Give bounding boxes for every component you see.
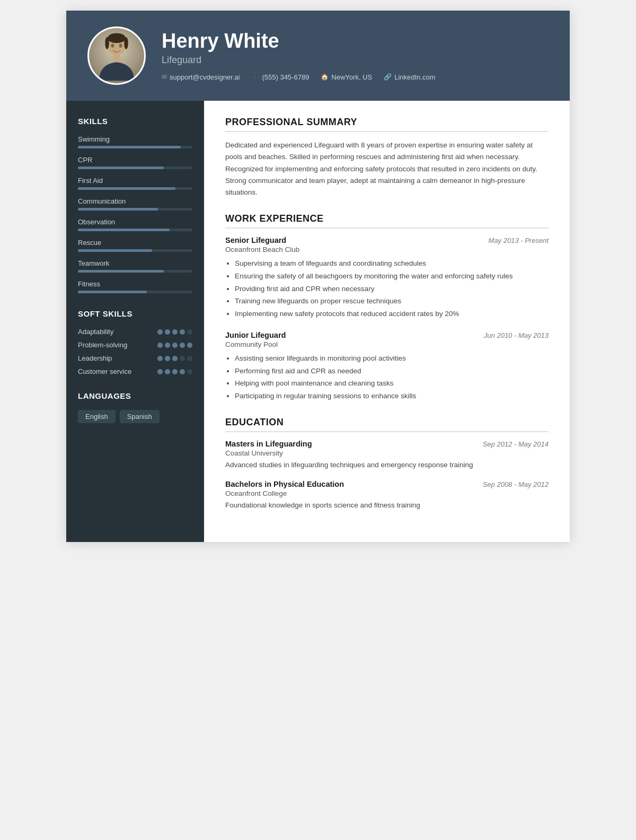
header-contacts: ✉support@cvdesigner.ai📞(555) 345-6789🏠Ne… [162, 73, 549, 81]
skill-name: CPR [78, 156, 192, 164]
contact-label: support@cvdesigner.ai [170, 73, 240, 81]
job-bullet: Implementing new safety protocols that r… [235, 308, 549, 320]
dot [157, 356, 163, 361]
skill-name: Rescue [78, 239, 192, 247]
job-bullet: Supervising a team of lifeguards and coo… [235, 258, 549, 269]
svg-rect-3 [113, 53, 120, 62]
education-section: EDUCATION Masters in Lifeguarding Sep 20… [225, 417, 549, 511]
job-bullet: Assisting senior lifeguards in monitorin… [235, 353, 549, 364]
skill-bar-fill [78, 187, 175, 190]
skill-item: Communication [78, 197, 192, 211]
skill-bar-bg [78, 167, 192, 169]
edu-desc: Foundational knowledge in sports science… [225, 500, 549, 511]
dot [187, 329, 192, 335]
svg-point-5 [119, 43, 122, 48]
soft-skill-item: Problem-solving [78, 341, 192, 349]
skill-name: First Aid [78, 177, 192, 185]
dot [165, 356, 170, 361]
dot [180, 329, 185, 335]
edu-header: Bachelors in Physical Education Sep 2008… [225, 480, 549, 488]
edu-date: Sep 2012 - May 2014 [483, 440, 549, 448]
contact-icon: 🔗 [384, 73, 392, 81]
svg-point-6 [108, 33, 126, 43]
job-company: Oceanfront Beach Club [225, 246, 549, 253]
job-title: Senior Lifeguard [225, 236, 286, 244]
job-bullet: Performing first aid and CPR as needed [235, 365, 549, 377]
dot [165, 343, 170, 348]
header-title: Lifeguard [162, 55, 549, 66]
skill-bar-bg [78, 270, 192, 273]
contact-label: (555) 345-6789 [262, 73, 309, 81]
dot [157, 369, 163, 374]
dots [157, 329, 192, 335]
soft-skill-name: Adaptability [78, 328, 113, 336]
dots [157, 343, 192, 348]
language-tag: Spanish [120, 410, 160, 423]
contact-item: 🏠NewYork, US [321, 73, 372, 81]
soft-skill-name: Leadership [78, 354, 112, 362]
skill-item: Swimming [78, 135, 192, 148]
soft-skills-list: AdaptabilityProblem-solvingLeadershipCus… [78, 328, 192, 375]
job-date: Jun 2010 - May 2013 [484, 331, 549, 339]
contact-item: 🔗LinkedIn.com [384, 73, 435, 81]
dot [172, 343, 178, 348]
job-bullet: Helping with pool maintenance and cleani… [235, 378, 549, 389]
edu-degree: Masters in Lifeguarding [225, 440, 312, 448]
dot [180, 369, 185, 374]
job-bullet: Ensuring the safety of all beachgoers by… [235, 270, 549, 282]
edu-degree: Bachelors in Physical Education [225, 480, 344, 488]
soft-skills-title: SOFT SKILLS [78, 309, 192, 318]
job-date: May 2013 - Present [489, 237, 549, 244]
skills-section: SKILLS Swimming CPR First Aid Communicat… [78, 117, 192, 293]
skill-name: Swimming [78, 135, 192, 143]
edu-list: Masters in Lifeguarding Sep 2012 - May 2… [225, 440, 549, 511]
dot [172, 356, 178, 361]
contact-icon: 📞 [251, 73, 259, 81]
edu-school: Coastal University [225, 449, 549, 457]
skill-item: Rescue [78, 239, 192, 252]
skills-title: SKILLS [78, 117, 192, 126]
education-title: EDUCATION [225, 417, 549, 432]
edu-header: Masters in Lifeguarding Sep 2012 - May 2… [225, 440, 549, 448]
edu-item: Masters in Lifeguarding Sep 2012 - May 2… [225, 440, 549, 471]
svg-point-4 [111, 43, 114, 48]
skill-bar-fill [78, 208, 158, 211]
dot [172, 329, 178, 335]
edu-desc: Advanced studies in lifeguarding techniq… [225, 459, 549, 471]
work-section: WORK EXPERIENCE Senior Lifeguard May 201… [225, 213, 549, 401]
resume-wrapper: Henry White Lifeguard ✉support@cvdesigne… [66, 11, 570, 542]
dot [187, 356, 192, 361]
header-info: Henry White Lifeguard ✉support@cvdesigne… [162, 30, 549, 81]
dot [172, 369, 178, 374]
work-title: WORK EXPERIENCE [225, 213, 549, 229]
body: SKILLS Swimming CPR First Aid Communicat… [66, 101, 570, 542]
contact-icon: ✉ [162, 73, 167, 81]
language-tag: English [78, 410, 116, 423]
skill-bar-fill [78, 146, 181, 148]
dot [165, 369, 170, 374]
sidebar: SKILLS Swimming CPR First Aid Communicat… [66, 101, 204, 542]
skills-list: Swimming CPR First Aid Communication Obs… [78, 135, 192, 293]
contact-item: ✉support@cvdesigner.ai [162, 73, 240, 81]
skill-bar-fill [78, 291, 147, 293]
contact-label: LinkedIn.com [394, 73, 435, 81]
svg-point-7 [105, 37, 109, 49]
job-bullets: Assisting senior lifeguards in monitorin… [225, 353, 549, 401]
skill-bar-fill [78, 167, 164, 169]
dot [187, 369, 192, 374]
edu-school: Oceanfront College [225, 489, 549, 497]
job-header: Senior Lifeguard May 2013 - Present [225, 236, 549, 244]
job-bullet: Participating in regular training sessio… [235, 390, 549, 402]
edu-item: Bachelors in Physical Education Sep 2008… [225, 480, 549, 511]
skill-item: Fitness [78, 280, 192, 293]
dot [157, 329, 163, 335]
languages-section: LANGUAGES EnglishSpanish [78, 391, 192, 423]
skill-bar-bg [78, 291, 192, 293]
contact-icon: 🏠 [321, 73, 329, 81]
dot [180, 343, 185, 348]
dot [165, 329, 170, 335]
soft-skill-name: Customer service [78, 368, 131, 375]
job-bullet: Training new lifeguards on proper rescue… [235, 295, 549, 307]
job-item: Senior Lifeguard May 2013 - Present Ocea… [225, 236, 549, 319]
summary-title: PROFESSIONAL SUMMARY [225, 117, 549, 132]
